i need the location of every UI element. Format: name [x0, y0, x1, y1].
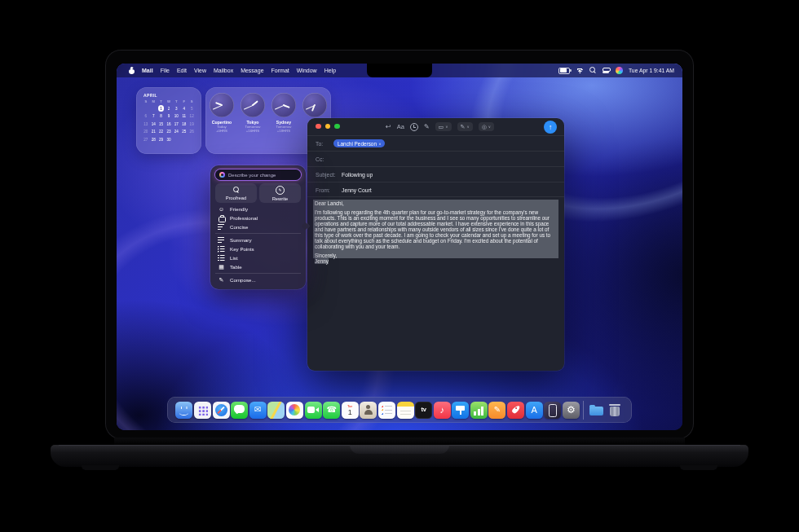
writing-tool-summary[interactable]: Summary [210, 235, 306, 244]
chevron-down-icon: ∨ [445, 125, 448, 129]
apple-menu-icon[interactable] [128, 67, 135, 74]
minimize-button[interactable] [325, 124, 331, 130]
hour-hand [252, 100, 258, 105]
dock-photos-icon[interactable] [286, 402, 303, 419]
magnifier-icon [232, 187, 240, 194]
writing-tool-label: Professional [230, 215, 258, 221]
dock-system-settings-icon[interactable]: ⚙ [563, 402, 580, 419]
calendar-day-empty [150, 106, 157, 112]
writing-tools-options: ☺FriendlyProfessionalConciseSummaryKey P… [210, 204, 306, 284]
battery-icon[interactable] [558, 68, 570, 74]
dock-calendar-icon[interactable]: Tue1 [342, 402, 359, 419]
markup-button[interactable]: ✎∨ [457, 122, 473, 131]
dock-tv-icon[interactable]: tv [415, 402, 432, 419]
dock-pages-icon[interactable]: ✎ [488, 402, 505, 419]
insert-menu-button[interactable]: ◎∨ [479, 122, 494, 131]
format-icon[interactable]: Aa [397, 121, 404, 133]
calendar-day: 24 [173, 129, 180, 134]
bullet-list-icon [218, 245, 225, 253]
send-button[interactable]: ↑ [544, 121, 557, 134]
calendar-date-label: 1 [348, 409, 352, 416]
dock-rocket-icon[interactable] [507, 402, 524, 419]
writing-tool-compose[interactable]: ✎Compose... [210, 275, 306, 284]
calendar-day-header: M [150, 99, 157, 103]
proofread-button[interactable]: Proofread [215, 183, 257, 203]
writing-tool-table[interactable]: ▦Table [210, 262, 306, 271]
menu-edit[interactable]: Edit [177, 68, 187, 73]
schedule-send-icon[interactable] [410, 123, 418, 131]
calendar-widget[interactable]: APRIL SMTWTFS123456789101112131415161718… [136, 87, 201, 154]
hour-hand [284, 104, 290, 108]
to-field[interactable]: To: Lanchi Pederson∨ [307, 135, 564, 151]
writing-tool-key-points[interactable]: Key Points [210, 244, 306, 253]
dock-launchpad-icon[interactable] [194, 402, 211, 419]
cc-field[interactable]: Cc: [307, 151, 564, 166]
dock-phone-icon[interactable]: ☎ [323, 402, 340, 419]
dock-numbers-icon[interactable] [470, 402, 488, 419]
macbook-base [51, 445, 748, 467]
calendar-day: 16 [165, 121, 172, 127]
from-field[interactable]: From: Jenny Court [307, 182, 564, 197]
world-clock-sydney: SydneyTomorrow+18HRS [269, 87, 298, 154]
subject-label: Subject: [316, 172, 342, 178]
rewrite-button[interactable]: ✎ Rewrite [259, 183, 301, 203]
zoom-button[interactable] [334, 124, 340, 130]
menu-bar-clock[interactable]: Tue Apr 1 9:41 AM [629, 68, 674, 73]
calendar-day-empty [142, 106, 149, 112]
chevron-down-icon: ∨ [488, 125, 491, 129]
calendar-day: 30 [165, 137, 172, 143]
dock-trash-icon[interactable] [607, 402, 624, 419]
subject-field[interactable]: Subject: Following up [307, 166, 564, 182]
calendar-day: 2 [165, 106, 172, 112]
calendar-day: 8 [157, 113, 165, 119]
describe-change-input[interactable]: Describe your change [215, 169, 301, 180]
writing-tools-icon[interactable]: ✎ [424, 121, 430, 133]
menu-mail[interactable]: Mail [142, 68, 153, 73]
menu-help[interactable]: Help [324, 68, 336, 73]
menu-mailbox[interactable]: Mailbox [214, 68, 233, 73]
close-button[interactable] [316, 124, 321, 130]
menu-window[interactable]: Window [297, 68, 317, 73]
recipient-token[interactable]: Lanchi Pederson∨ [333, 139, 385, 147]
dock-notes-icon[interactable] [397, 402, 414, 419]
dock-contacts-icon[interactable] [360, 402, 377, 419]
dock-messages-icon[interactable] [231, 402, 248, 419]
calendar-day: 10 [173, 113, 180, 119]
photo-browser-button[interactable]: ▭∨ [435, 122, 452, 131]
writing-tool-label: Summary [230, 237, 251, 243]
dock-safari-icon[interactable] [213, 402, 230, 419]
calendar-day: 15 [157, 121, 165, 127]
writing-tool-friendly[interactable]: ☺Friendly [210, 204, 306, 213]
menu-file[interactable]: File [161, 68, 170, 73]
calendar-day-header: F [180, 99, 188, 103]
writing-tool-label: List [230, 255, 238, 261]
menu-format[interactable]: Format [271, 68, 289, 73]
writing-tool-professional[interactable]: Professional [210, 213, 306, 222]
dock-maps-icon[interactable] [267, 402, 285, 419]
writing-tool-list[interactable]: List [210, 253, 306, 262]
minute-hand [275, 104, 284, 109]
dock-music-icon[interactable]: ♪ [434, 402, 451, 419]
control-center-icon[interactable] [603, 68, 610, 73]
message-body[interactable]: Dear Lanchi, I'm following up regarding … [307, 196, 564, 371]
calendar-day: 27 [142, 137, 149, 143]
search-icon[interactable] [589, 67, 597, 74]
dock-reminders-icon[interactable] [378, 402, 395, 419]
clock-offset-label: +18HRS [277, 129, 290, 133]
undo-icon[interactable]: ↩ [386, 121, 391, 133]
dock-mail-icon[interactable]: ✉ [249, 402, 267, 419]
dock-keynote-icon[interactable] [452, 402, 469, 419]
dock-facetime-icon[interactable] [305, 402, 322, 419]
cc-label: Cc: [316, 156, 333, 162]
siri-icon[interactable] [616, 67, 623, 74]
dock-finder-icon[interactable] [175, 402, 192, 419]
mail-glyph: ✉ [254, 406, 261, 414]
wifi-icon[interactable] [576, 68, 584, 74]
dock-downloads-folder-icon[interactable] [588, 402, 605, 419]
dock-app-store-icon[interactable]: A [526, 402, 543, 419]
menu-view[interactable]: View [194, 68, 206, 73]
writing-tool-concise[interactable]: Concise [210, 222, 306, 231]
dock-iphone-mirroring-icon[interactable] [544, 402, 561, 419]
world-clock-tokyo: TokyoTomorrow+16HRS [238, 87, 267, 154]
menu-message[interactable]: Message [241, 68, 263, 73]
